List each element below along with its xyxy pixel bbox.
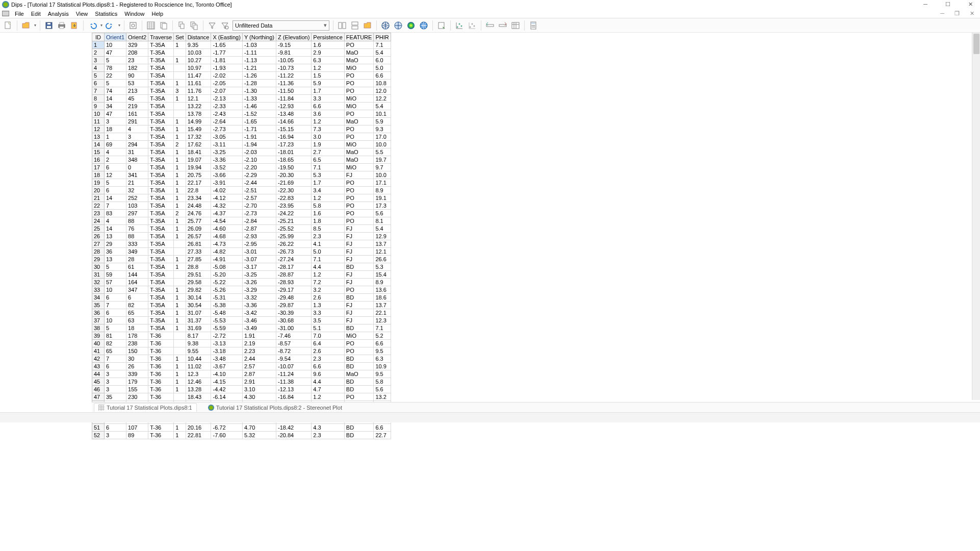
cell[interactable]: -2.57: [242, 194, 276, 202]
cell[interactable]: PO: [344, 87, 374, 95]
table-row[interactable]: 3523T-35A110.27-1.81-1.13-10.056.3MaO6.0: [92, 57, 391, 64]
cell[interactable]: 339: [126, 370, 148, 378]
column-header[interactable]: Set: [174, 33, 186, 41]
cell[interactable]: 1.6: [312, 210, 344, 217]
cell[interactable]: 1: [174, 95, 186, 103]
cell[interactable]: 65: [105, 347, 126, 355]
cell[interactable]: T-35A: [148, 286, 174, 294]
cell[interactable]: [174, 110, 186, 118]
cell[interactable]: -3.11: [211, 141, 242, 148]
cell[interactable]: -3.13: [211, 340, 242, 347]
row-header[interactable]: 4: [92, 64, 105, 72]
cell[interactable]: 69: [105, 141, 126, 148]
cell[interactable]: 5.8: [374, 378, 391, 386]
cell[interactable]: -12.93: [276, 103, 312, 110]
cell[interactable]: 5.0: [312, 248, 344, 256]
cell[interactable]: 15.4: [374, 271, 391, 279]
cell[interactable]: T-35A: [148, 317, 174, 324]
cell[interactable]: 9.35: [186, 41, 211, 49]
cell[interactable]: 161: [126, 110, 148, 118]
cell[interactable]: -17.23: [276, 141, 312, 148]
cell[interactable]: 6.6: [312, 103, 344, 110]
cell[interactable]: 57: [105, 279, 126, 286]
cell[interactable]: 2.87: [242, 370, 276, 378]
cell[interactable]: 12.3: [374, 317, 391, 324]
cell[interactable]: -5.31: [211, 294, 242, 302]
cell[interactable]: T-35A: [148, 57, 174, 64]
cell[interactable]: -1.65: [211, 41, 242, 49]
table-row[interactable]: 36665T-35A131.07-5.48-3.42-30.393.3FJ22.…: [92, 309, 391, 317]
redo-button[interactable]: [104, 19, 116, 32]
cell[interactable]: 19.1: [374, 194, 391, 202]
table-row[interactable]: 3310347T-35A129.82-5.26-3.29-29.173.2PO1…: [92, 286, 391, 294]
cell[interactable]: PO: [344, 210, 374, 217]
cell[interactable]: 30.54: [186, 302, 211, 309]
cell[interactable]: BD: [344, 294, 374, 302]
row-header[interactable]: 24: [92, 217, 105, 225]
cell[interactable]: 29.58: [186, 279, 211, 286]
cell[interactable]: -22.83: [276, 194, 312, 202]
row-header[interactable]: 5: [92, 72, 105, 80]
table-row[interactable]: 3466T-35A130.14-5.31-3.32-29.482.6BD18.6: [92, 294, 391, 302]
cell[interactable]: 8.17: [186, 332, 211, 340]
cell[interactable]: 6.3: [374, 355, 391, 363]
row-header[interactable]: 9: [92, 103, 105, 110]
cell[interactable]: -4.91: [211, 256, 242, 263]
cell[interactable]: 22.81: [186, 432, 211, 439]
cell[interactable]: 20.16: [186, 424, 211, 432]
cell[interactable]: 18.41: [186, 148, 211, 156]
cell[interactable]: 3.3: [312, 309, 344, 317]
minimize-button[interactable]: ─: [918, 0, 933, 8]
cell[interactable]: BD: [344, 432, 374, 439]
cell[interactable]: MiO: [344, 164, 374, 171]
cell[interactable]: -5.22: [211, 279, 242, 286]
cell[interactable]: 12.9: [374, 233, 391, 240]
save-button[interactable]: [43, 19, 55, 32]
cell[interactable]: 74: [105, 87, 126, 95]
cell[interactable]: -1.52: [242, 110, 276, 118]
cell[interactable]: T-35A: [148, 64, 174, 72]
cell[interactable]: 178: [126, 332, 148, 340]
cell[interactable]: 297: [126, 210, 148, 217]
cell[interactable]: 7.1: [374, 324, 391, 332]
cell[interactable]: -25.21: [276, 217, 312, 225]
cell[interactable]: 12.46: [186, 378, 211, 386]
cell[interactable]: MaO: [344, 148, 374, 156]
cell[interactable]: MiO: [344, 103, 374, 110]
cell[interactable]: 88: [126, 233, 148, 240]
cell[interactable]: -3.67: [211, 363, 242, 370]
cell[interactable]: PO: [344, 286, 374, 294]
cell[interactable]: -1.77: [211, 49, 242, 57]
menu-file[interactable]: File: [11, 10, 28, 17]
cell[interactable]: [174, 72, 186, 80]
menu-help[interactable]: Help: [148, 10, 167, 17]
cell[interactable]: -9.15: [276, 41, 312, 49]
row-header[interactable]: 26: [92, 233, 105, 240]
table-row[interactable]: 52389T-36122.81-7.605.32-20.842.3BD22.7: [92, 432, 391, 439]
cell[interactable]: 11.76: [186, 87, 211, 95]
cell[interactable]: [174, 240, 186, 248]
cell[interactable]: T-36: [148, 332, 174, 340]
cell[interactable]: 63: [126, 317, 148, 324]
cell[interactable]: -4.82: [211, 248, 242, 256]
menu-analysis[interactable]: Analysis: [44, 10, 72, 17]
cell[interactable]: 1: [174, 217, 186, 225]
maximize-button[interactable]: ☐: [940, 0, 956, 8]
cell[interactable]: 1: [174, 324, 186, 332]
cell[interactable]: 61: [126, 263, 148, 271]
cell[interactable]: -5.20: [211, 271, 242, 279]
cell[interactable]: -3.07: [242, 256, 276, 263]
cell[interactable]: 6.3: [312, 57, 344, 64]
table-row[interactable]: 42730T-36110.44-3.482.44-9.542.3BD6.3: [92, 355, 391, 363]
cell[interactable]: -2.13: [211, 95, 242, 103]
cell[interactable]: -5.59: [211, 324, 242, 332]
cell[interactable]: 1: [174, 126, 186, 133]
cell[interactable]: 230: [126, 393, 148, 401]
cell[interactable]: 10.97: [186, 64, 211, 72]
cell[interactable]: 1: [174, 148, 186, 156]
cell[interactable]: 1: [174, 317, 186, 324]
cell[interactable]: 2.44: [242, 355, 276, 363]
cell[interactable]: -11.24: [276, 370, 312, 378]
cell[interactable]: -3.32: [242, 294, 276, 302]
cell[interactable]: PO: [344, 72, 374, 80]
